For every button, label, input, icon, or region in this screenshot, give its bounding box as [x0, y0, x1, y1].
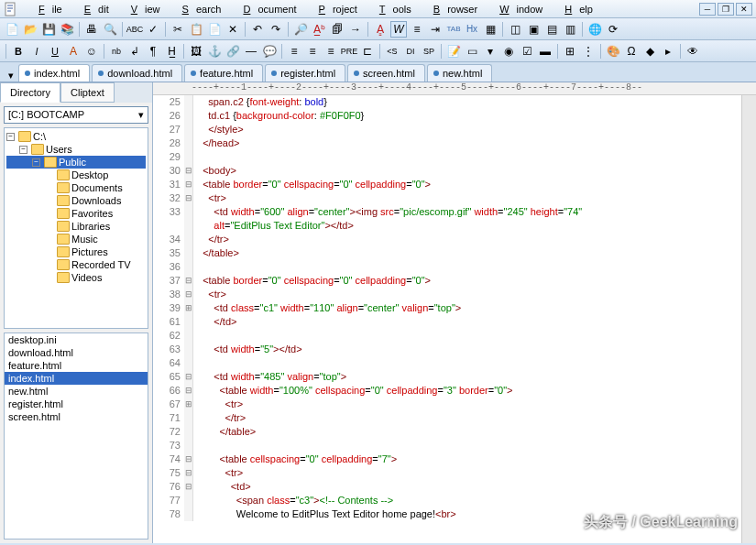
file-item[interactable]: new.html	[5, 385, 148, 398]
tree-item[interactable]: Videos	[6, 271, 146, 284]
fold-marker[interactable]	[184, 109, 193, 123]
find-icon[interactable]: 🔎	[292, 21, 309, 38]
code-line[interactable]: 26 td.c1 {background-color: #F0F0F0}	[153, 109, 756, 123]
code-line[interactable]: 75⊟ <tr>	[153, 466, 756, 480]
fold-marker[interactable]: ⊟	[184, 274, 193, 288]
fold-marker[interactable]	[184, 95, 193, 109]
code-line[interactable]: 77 <span class="c3"><!-- Contents -->	[153, 494, 756, 507]
fold-marker[interactable]	[184, 150, 193, 164]
comment-icon[interactable]: 💬	[261, 43, 278, 60]
right-icon[interactable]: ≡	[323, 43, 339, 60]
link-icon[interactable]: 🔗	[225, 43, 241, 60]
fold-marker[interactable]	[184, 246, 193, 260]
new-icon[interactable]: 📄	[4, 21, 20, 38]
code-line[interactable]: 39⊞ <td class="c1" width="110" align="ce…	[153, 301, 756, 315]
code-line[interactable]: 78 Welcome to EditPlus Text Editor home …	[153, 507, 756, 521]
file-list[interactable]: desktop.inidownload.htmlfeature.htmlinde…	[4, 332, 148, 540]
para-icon[interactable]: ¶	[145, 43, 161, 60]
copy-icon[interactable]: 📋	[188, 21, 204, 38]
fold-marker[interactable]: ⊟	[184, 288, 193, 301]
button-icon[interactable]: ▬	[537, 43, 553, 60]
nbsp-button[interactable]: nb	[108, 43, 125, 60]
menu-document[interactable]: Document	[228, 2, 303, 16]
panel1-icon[interactable]: ◫	[507, 21, 523, 38]
menu-browser[interactable]: Browser	[419, 2, 485, 16]
fold-marker[interactable]	[184, 136, 193, 150]
left-icon[interactable]: ≡	[286, 43, 302, 60]
replace-icon[interactable]: A̲ᵇ	[311, 21, 327, 38]
panel3-icon[interactable]: ▤	[543, 21, 560, 38]
code-line[interactable]: 34 </tr>	[153, 233, 756, 246]
spell-icon[interactable]: ABC	[126, 21, 143, 38]
fold-marker[interactable]	[184, 494, 193, 507]
preview-icon[interactable]: 🔍	[102, 21, 118, 38]
restore-button[interactable]: ❐	[718, 3, 734, 16]
face-icon[interactable]: ☺	[83, 43, 100, 60]
tab-menu-icon[interactable]: ▾	[4, 70, 18, 82]
fold-marker[interactable]: ⊞	[184, 301, 193, 315]
cut-icon[interactable]: ✂	[170, 21, 186, 38]
menu-view[interactable]: View	[116, 2, 168, 16]
menu-file[interactable]: File	[24, 2, 70, 16]
image-icon[interactable]: 🖼	[188, 43, 204, 60]
expand-icon[interactable]: −	[19, 146, 27, 154]
tab-download-html[interactable]: download.html	[92, 64, 182, 82]
col-icon[interactable]: ▦	[482, 21, 499, 38]
panel2-icon[interactable]: ▣	[525, 21, 542, 38]
tab-screen-html[interactable]: screen.html	[347, 64, 425, 82]
fold-marker[interactable]	[184, 439, 193, 452]
code-editor[interactable]: ----+----1----+----2----+----3----+----4…	[153, 82, 756, 543]
code-line[interactable]: 28 </head>	[153, 136, 756, 150]
code-line[interactable]: alt="EditPlus Text Editor"></td>	[153, 219, 756, 233]
div-button[interactable]: DI	[402, 43, 419, 60]
code-line[interactable]: 32⊟ <tr>	[153, 191, 756, 205]
panel4-icon[interactable]: ▥	[562, 21, 578, 38]
undo-icon[interactable]: ↶	[249, 21, 266, 38]
tree-item[interactable]: Documents	[6, 181, 146, 194]
tree-item[interactable]: Recorded TV	[6, 258, 146, 271]
code-line[interactable]: 63 <td width="5"></td>	[153, 343, 756, 356]
code-line[interactable]: 33 <td width="600" align="center"><img s…	[153, 205, 756, 219]
code-line[interactable]: 61 </td>	[153, 315, 756, 329]
code-line[interactable]: 72 </table>	[153, 425, 756, 439]
form-icon[interactable]: 📝	[445, 43, 462, 60]
hr-icon[interactable]: —	[243, 43, 259, 60]
list-icon[interactable]: ⋮	[580, 43, 597, 60]
code-line[interactable]: 37⊟ <table border="0" cellspacing="0" ce…	[153, 274, 756, 288]
drive-select[interactable]: [C:] BOOTCAMP▾	[4, 106, 148, 124]
check-icon[interactable]: ☑	[519, 43, 535, 60]
menu-project[interactable]: Project	[304, 2, 365, 16]
select-icon[interactable]: ▾	[482, 43, 499, 60]
pre-button[interactable]: PRE	[341, 43, 357, 60]
refresh-icon[interactable]: ⟳	[605, 21, 621, 38]
paste-icon[interactable]: 📄	[206, 21, 223, 38]
code-line[interactable]: 62	[153, 329, 756, 343]
tab-icon[interactable]: TAB	[445, 21, 462, 38]
file-item[interactable]: screen.html	[5, 410, 148, 423]
underline-button[interactable]: U	[47, 43, 63, 60]
print-icon[interactable]: 🖶	[83, 21, 100, 38]
code-line[interactable]: 29	[153, 150, 756, 164]
input-icon[interactable]: ▭	[464, 43, 480, 60]
goto-icon[interactable]: →	[347, 21, 364, 38]
tree-item[interactable]: Favorites	[6, 207, 146, 220]
view-icon[interactable]: 👁	[685, 43, 701, 60]
italic-button[interactable]: I	[28, 43, 45, 60]
tree-item[interactable]: Pictures	[6, 245, 146, 258]
code-line[interactable]: 30⊟ <body>	[153, 164, 756, 178]
hex-icon[interactable]: Hx	[464, 21, 480, 38]
heading-icon[interactable]: H̲	[163, 43, 180, 60]
center-icon[interactable]: ≡	[304, 43, 321, 60]
check-icon[interactable]: ✓	[145, 21, 161, 38]
fold-marker[interactable]	[184, 329, 193, 343]
code-line[interactable]: 74⊟ <table cellspacing="0" cellpadding="…	[153, 452, 756, 466]
tab-index-html[interactable]: index.html	[18, 64, 90, 82]
tree-item[interactable]: −Public	[6, 156, 146, 169]
bold-button[interactable]: B	[10, 43, 27, 60]
blockquote-icon[interactable]: ⊏	[359, 43, 376, 60]
fold-marker[interactable]	[184, 123, 193, 136]
file-item[interactable]: feature.html	[5, 359, 148, 372]
tab-register-html[interactable]: register.html	[265, 64, 345, 82]
menu-help[interactable]: Help	[550, 2, 600, 16]
code-line[interactable]: 27 </style>	[153, 123, 756, 136]
